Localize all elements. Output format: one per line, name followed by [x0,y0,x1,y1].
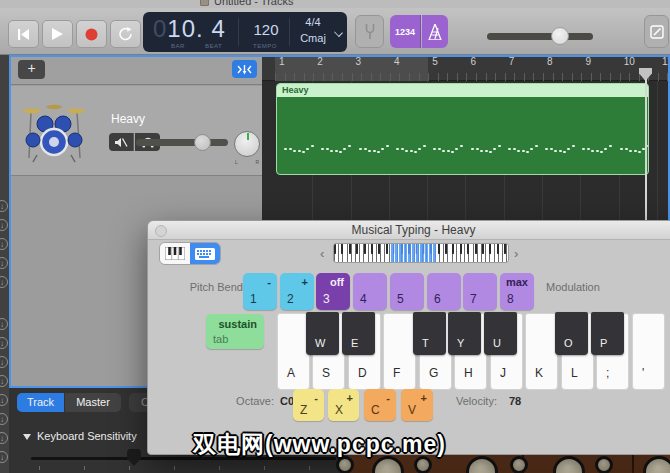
input-mode-toggle [159,242,221,265]
add-track-button[interactable]: + [18,60,45,79]
download-icon[interactable]: ↓ [0,451,8,463]
slider-tick [219,466,220,470]
keyboard-overview[interactable] [333,243,509,263]
download-icon[interactable]: ↓ [0,394,8,406]
black-key-W[interactable]: W [306,312,339,355]
watermark: 双电网(www.pcpc.me) [193,429,446,460]
black-key-E[interactable]: E [342,312,375,355]
track-volume-slider[interactable] [136,139,228,146]
black-key-P[interactable]: P [591,312,624,355]
ruler-bar-number: 7 [509,56,515,67]
notepad-button[interactable] [644,15,669,48]
keyboard-sensitivity-header[interactable]: Keyboard Sensitivity [23,430,137,442]
catch-playhead-button[interactable] [232,60,257,78]
keyboard-sensitivity-thumb[interactable] [127,449,141,466]
velocity-value: 78 [509,395,521,407]
plugin-knob[interactable] [553,456,585,473]
bar-ruler[interactable]: 1234567891011 [262,55,670,81]
ruler-bar-number: 5 [432,56,438,67]
lcd-chevron-down-icon[interactable] [334,28,343,37]
octave-range-left-arrow[interactable]: ‹ [320,246,324,261]
download-icon[interactable]: ↓ [0,257,8,269]
metronome-icon [428,24,442,40]
musical-typing-title: Musical Typing - Heavy [148,223,670,237]
octave-range-right-arrow[interactable]: › [514,246,518,261]
key-pitchbend-down[interactable]: - 1 [243,273,277,310]
black-key-Y[interactable]: Y [448,312,481,355]
lcd-display[interactable]: 010. 4 BAR BEAT 120 TEMPO 4/4 Cmaj [143,12,347,52]
key-modulation-7[interactable]: 7 [463,273,497,310]
modulation-label: Modulation [546,281,600,293]
download-icon[interactable]: ↓ [0,432,8,444]
white-key-K[interactable]: K [525,313,558,390]
active-octave-highlight[interactable] [390,244,436,262]
key-modulation-max[interactable]: max 8 [500,273,534,310]
tab-track[interactable]: Track [17,393,64,412]
key-velocity-down[interactable]: - C [364,389,396,421]
window-titlebar: Untitled - Tracks [0,0,670,8]
key-octave-down[interactable]: - Z [293,389,324,421]
mute-speaker-icon [114,137,128,148]
key-octave-up[interactable]: + X [328,389,359,421]
key-modulation-off[interactable]: off 3 [316,273,350,310]
slider-tick [84,466,85,470]
download-icon[interactable]: ↓ [0,276,8,288]
slider-tick [174,466,175,470]
tab-master[interactable]: Master [65,393,121,412]
black-key-U[interactable]: U [484,312,517,355]
go-to-beginning-button[interactable] [8,20,39,48]
download-icon[interactable]: ↓ [0,356,8,368]
metronome-button[interactable] [422,15,448,48]
download-icon[interactable]: ↓ [0,238,8,250]
piano-keys-icon [165,247,185,260]
tuning-fork-icon [365,23,375,40]
musical-typing-titlebar[interactable]: Musical Typing - Heavy [148,221,670,240]
plugin-knob[interactable] [510,456,528,473]
catch-playhead-icon [237,64,252,75]
key-modulation-4[interactable]: 4 [353,273,387,310]
master-volume-thumb[interactable] [551,27,569,45]
region-name: Heavy [282,85,309,95]
musical-typing-window[interactable]: Musical Typing - Heavy [147,220,670,455]
white-key-apostrophe[interactable]: ' [632,313,665,390]
lcd-beat-value: 4 [211,15,225,42]
cycle-button[interactable] [110,20,141,48]
key-modulation-6[interactable]: 6 [427,273,461,310]
tuner-button[interactable] [355,15,384,48]
track-row-heavy[interactable]: Heavy [9,86,262,176]
download-icon[interactable]: ↓ [0,318,8,330]
count-in-button[interactable]: 1234 [390,15,421,48]
library-edge-strip: ↓↓↓↓↓↓↓↓↓↓↓↓↓ [0,55,9,473]
track-volume-thumb[interactable] [194,134,211,151]
black-key-O[interactable]: O [555,312,588,355]
key-pitchbend-up[interactable]: + 2 [280,273,314,310]
midi-region-heavy[interactable]: Heavy [276,83,649,175]
plugin-knob[interactable] [466,456,498,473]
key-sustain[interactable]: sustain tab [206,314,264,349]
document-icon [200,0,209,6]
key-modulation-5[interactable]: 5 [390,273,424,310]
white-key-F[interactable]: F [383,313,416,390]
mute-button[interactable] [109,133,134,151]
master-volume-slider[interactable] [487,33,593,40]
download-icon[interactable]: ↓ [0,200,8,212]
plugin-knob[interactable] [643,456,670,473]
download-icon[interactable]: ↓ [0,375,8,387]
slider-tick [129,466,130,470]
count-in-label: 1234 [395,27,415,37]
pan-knob[interactable]: L R [234,131,260,157]
record-button[interactable] [76,20,107,48]
key-velocity-up[interactable]: + V [401,389,433,421]
piano-mode-button[interactable] [160,243,190,264]
download-icon[interactable]: ↓ [0,413,8,425]
ruler-bar-number: 10 [624,56,635,67]
window-title: Untitled - Tracks [214,0,293,7]
play-button[interactable] [42,20,73,48]
download-icon[interactable]: ↓ [0,337,8,349]
download-icon[interactable]: ↓ [0,219,8,231]
black-key-T[interactable]: T [413,312,446,355]
ruler-bar-number: 1 [279,56,285,67]
typing-mode-button[interactable] [190,243,220,264]
pan-left-label: L [235,159,238,165]
plugin-knob[interactable] [595,456,613,473]
